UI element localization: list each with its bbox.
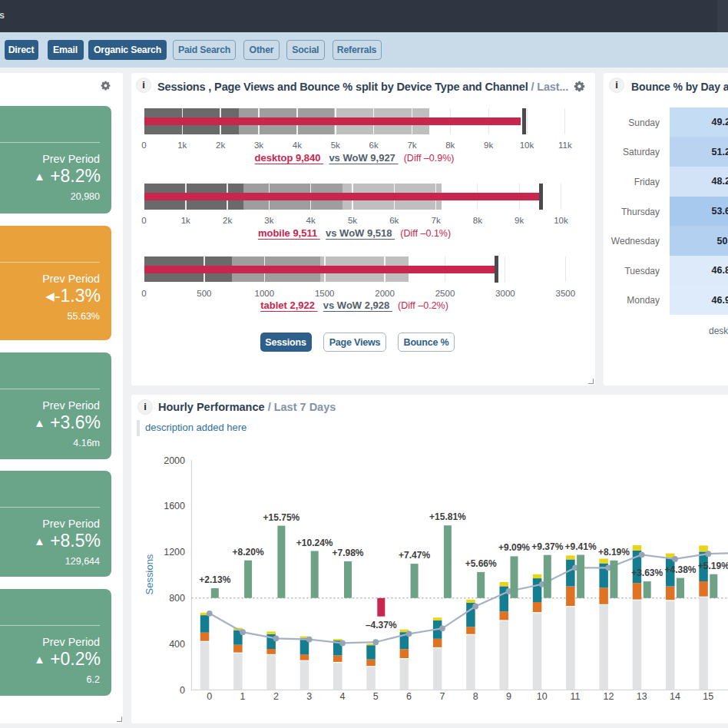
- svg-text:3: 3: [306, 691, 312, 702]
- svg-text:+7.47%: +7.47%: [399, 550, 430, 561]
- svg-text:11: 11: [571, 691, 581, 702]
- svg-text:2000: 2000: [164, 455, 185, 466]
- svg-text:1: 1: [240, 691, 246, 702]
- svg-text:+2.13%: +2.13%: [199, 574, 230, 585]
- svg-text:0: 0: [207, 691, 212, 702]
- svg-text:+8.20%: +8.20%: [233, 547, 264, 558]
- svg-text:+5.19%: +5.19%: [698, 561, 728, 571]
- svg-text:7: 7: [439, 691, 445, 702]
- svg-text:12: 12: [603, 691, 614, 702]
- svg-text:+8.19%: +8.19%: [598, 547, 630, 558]
- svg-text:+4.38%: +4.38%: [664, 564, 696, 575]
- svg-text:+9.09%: +9.09%: [498, 542, 530, 553]
- svg-text:Sessions: Sessions: [144, 554, 155, 594]
- svg-text:+9.37%: +9.37%: [531, 541, 563, 552]
- svg-text:400: 400: [169, 639, 185, 650]
- svg-text:800: 800: [169, 593, 185, 604]
- svg-text:+3.63%: +3.63%: [631, 568, 663, 578]
- svg-text:–4.37%: –4.37%: [366, 620, 397, 630]
- svg-text:14: 14: [670, 691, 680, 702]
- svg-text:15: 15: [703, 691, 713, 702]
- svg-text:8: 8: [473, 691, 478, 702]
- svg-text:1200: 1200: [164, 547, 185, 558]
- svg-text:+15.81%: +15.81%: [429, 511, 466, 522]
- svg-text:+5.66%: +5.66%: [465, 558, 497, 569]
- svg-text:0: 0: [180, 685, 185, 696]
- svg-text:+7.98%: +7.98%: [332, 548, 363, 558]
- svg-text:13: 13: [637, 691, 647, 702]
- svg-text:9: 9: [506, 691, 511, 702]
- svg-text:+15.75%: +15.75%: [263, 512, 300, 523]
- svg-text:10: 10: [537, 691, 548, 702]
- svg-text:+9.41%: +9.41%: [565, 541, 597, 552]
- svg-text:6: 6: [406, 691, 412, 702]
- svg-text:+10.24%: +10.24%: [296, 538, 333, 548]
- svg-text:2: 2: [273, 691, 279, 702]
- svg-text:4: 4: [340, 691, 346, 702]
- svg-text:1600: 1600: [164, 501, 185, 511]
- svg-text:5: 5: [373, 691, 379, 702]
